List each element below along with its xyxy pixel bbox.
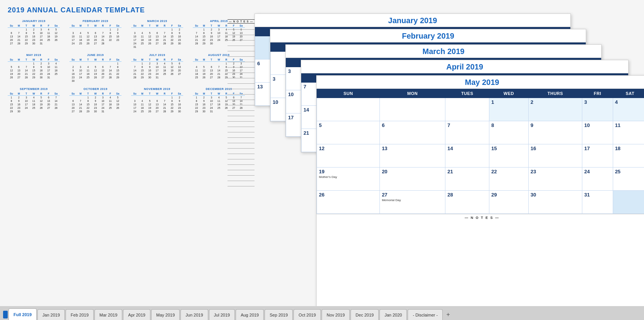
mini-cal-day: 19: [200, 72, 207, 76]
mini-cal-day: 26: [168, 72, 175, 76]
mini-cal-day: 2: [69, 65, 77, 69]
mini-cal-day: 30: [69, 79, 77, 83]
mini-cal-day: 17: [37, 35, 45, 38]
table-cell: 11: [613, 121, 644, 144]
mini-cal-day: 18: [161, 69, 168, 72]
mini-cal-day: 6: [153, 99, 161, 103]
mini-cal-day: 8: [168, 99, 175, 103]
mini-cal-day: 20: [153, 106, 161, 110]
notes-line: [228, 171, 255, 176]
mini-cal-title-mar: MARCH 2019: [131, 19, 183, 23]
table-cell: 2: [528, 98, 582, 121]
mini-col-header: M: [15, 92, 22, 96]
tab-disclaimer[interactable]: - Disclaimer -: [408, 309, 443, 320]
mini-cal-day: 22: [8, 106, 15, 110]
tab-may2019[interactable]: May 2019: [151, 309, 180, 320]
tab-mar2019[interactable]: Mar 2019: [94, 309, 122, 320]
mini-cal-day: 15: [138, 69, 146, 72]
mini-cal-day: 23: [92, 106, 99, 110]
mini-cal-day: 23: [176, 106, 183, 110]
mini-cal-day: 1: [138, 62, 146, 66]
mini-cal-day: 19: [146, 106, 153, 110]
mini-cal-day: [161, 28, 168, 32]
mini-col-header: W: [92, 24, 99, 28]
mini-cal-day: 15: [106, 35, 114, 38]
mini-col-header: M: [200, 92, 207, 96]
table-cell: [317, 98, 380, 121]
mini-cal-day: [84, 62, 92, 66]
mini-cal-day: 6: [45, 96, 52, 100]
mini-cal-day: [84, 79, 92, 83]
mini-cal-day: 30: [92, 110, 99, 113]
mini-cal-day: 6: [8, 31, 15, 35]
tab-nov2019[interactable]: Nov 2019: [322, 309, 350, 320]
mini-cal-day: 8: [200, 31, 207, 35]
mini-cal-day: 6: [99, 65, 106, 69]
tab-jun2019[interactable]: Jun 2019: [180, 309, 208, 320]
col-tues: TUES: [445, 89, 489, 98]
tab-apr2019[interactable]: Apr 2019: [123, 309, 150, 320]
notes-line: [228, 41, 255, 46]
notes-line: [228, 47, 255, 51]
mini-cal-day: 4: [45, 28, 52, 32]
tab-jan2020[interactable]: Jan 2020: [379, 309, 407, 320]
mini-cal-day: 30: [208, 42, 215, 45]
notes-line: [228, 106, 255, 111]
mini-cal-day: 31: [208, 110, 215, 113]
notes-line: [228, 52, 255, 57]
mini-cal-day: 5: [146, 31, 153, 35]
mini-cal-day: 25: [138, 42, 146, 45]
mini-cal-day: 24: [131, 42, 138, 45]
mini-cal-day: 12: [146, 103, 153, 106]
notes-line: [228, 182, 255, 186]
notes-line: [228, 122, 255, 127]
table-cell: 12: [317, 144, 380, 168]
tab-bar: Full 2019Jan 2019Feb 2019Mar 2019Apr 201…: [0, 306, 644, 320]
mini-col-header: M: [77, 24, 84, 28]
table-cell: 1: [489, 98, 528, 121]
mini-cal-title-oct: OCTOBER 2019: [69, 87, 121, 91]
mini-cal-day: 29: [8, 110, 15, 113]
mini-cal-table-nov: SuMTWRFSa1234567891011121314151617181920…: [131, 92, 183, 113]
mini-cal-day: 21: [77, 106, 84, 110]
mini-cal-day: [168, 45, 175, 49]
mini-cal-day: 18: [193, 72, 200, 76]
mini-cal-day: 21: [106, 72, 114, 76]
mini-cal-day: 4: [30, 96, 37, 100]
mini-cal-day: 18: [30, 103, 37, 106]
mini-cal-day: 18: [138, 106, 146, 110]
tab-aug2019[interactable]: Aug 2019: [236, 309, 264, 320]
mini-cal-day: 23: [37, 72, 45, 76]
mini-cal-day: 23: [114, 38, 121, 42]
notes-line: [228, 95, 255, 100]
may-notes-label: — N O T E S —: [317, 214, 644, 221]
add-tab-button[interactable]: +: [443, 310, 453, 319]
mini-col-header: W: [153, 58, 161, 62]
mini-cal-day: 2: [15, 96, 22, 100]
mini-cal-day: 20: [153, 38, 161, 42]
mini-cal-day: 9: [30, 31, 37, 35]
mini-cal-day: 27: [45, 106, 52, 110]
mini-cal-day: 25: [45, 38, 52, 42]
tab-feb2019[interactable]: Feb 2019: [66, 309, 93, 320]
mini-col-header: T: [23, 92, 30, 96]
tab-oct2019[interactable]: Oct 2019: [293, 309, 321, 320]
table-cell: 4: [613, 98, 644, 121]
mini-cal-day: 6: [15, 65, 22, 69]
table-cell: 29: [489, 191, 528, 214]
mini-cal-day: 25: [161, 72, 168, 76]
mini-cal-day: [131, 96, 138, 100]
mini-cal-day: 12: [92, 69, 99, 72]
tab-dec2019[interactable]: Dec 2019: [351, 309, 379, 320]
notes-line: [228, 79, 255, 84]
tab-full2019[interactable]: Full 2019: [8, 308, 37, 320]
mini-cal-day: [200, 62, 207, 66]
table-cell: [380, 98, 445, 121]
mini-cal-day: 1: [168, 28, 175, 32]
tab-sep2019[interactable]: Sep 2019: [265, 309, 293, 320]
mini-cal-day: 25: [106, 106, 114, 110]
mini-col-header: W: [215, 92, 223, 96]
table-cell: 27 Memorial Day: [380, 191, 445, 214]
tab-jul2019[interactable]: Jul 2019: [209, 309, 235, 320]
tab-jan2019[interactable]: Jan 2019: [37, 309, 65, 320]
